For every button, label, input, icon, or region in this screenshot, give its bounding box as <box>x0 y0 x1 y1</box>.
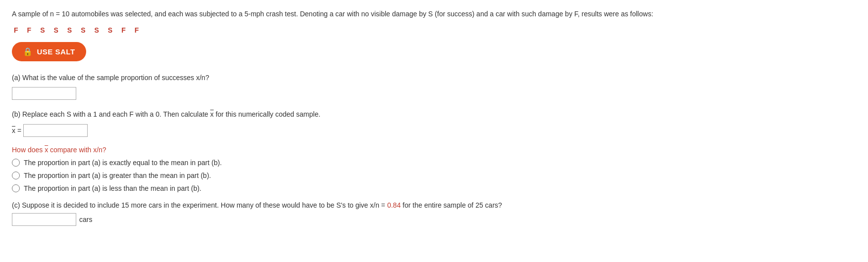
salt-icon: 🔒 <box>23 47 33 56</box>
sequence-item: S <box>108 26 112 34</box>
radio-input-3[interactable] <box>12 184 20 192</box>
part-c-section: (c) Suppose it is decided to include 15 … <box>12 201 856 226</box>
radio-option-2[interactable]: The proportion in part (a) is greater th… <box>12 172 856 179</box>
x-bar-symbol: x <box>12 127 15 134</box>
sequence-item: F <box>121 26 126 34</box>
radio-input-2[interactable] <box>12 172 20 179</box>
sequence-row: FFSSSSSSFF <box>12 26 856 34</box>
radio-input-1[interactable] <box>12 159 20 167</box>
sequence-item: F <box>135 26 139 34</box>
radio-group: The proportion in part (a) is exactly eq… <box>12 159 856 192</box>
part-b-input-row: x = <box>12 124 856 137</box>
how-does-section: How does x compare with x/n? The proport… <box>12 146 856 192</box>
part-c-label: (c) Suppose it is decided to include 15 … <box>12 201 856 209</box>
part-b-section: (b) Replace each S with a 1 and each F w… <box>12 109 856 136</box>
cars-label: cars <box>79 216 92 223</box>
radio-label-3: The proportion in part (a) is less than … <box>24 184 202 192</box>
part-c-input[interactable] <box>12 213 76 226</box>
use-salt-label: USE SALT <box>37 47 75 56</box>
sequence-item: S <box>81 26 85 34</box>
sequence-item: F <box>14 26 18 34</box>
radio-option-3[interactable]: The proportion in part (a) is less than … <box>12 184 856 192</box>
sequence-item: S <box>67 26 72 34</box>
intro-text: A sample of n = 10 automobiles was selec… <box>12 9 856 19</box>
radio-option-1[interactable]: The proportion in part (a) is exactly eq… <box>12 159 856 167</box>
sequence-item: S <box>95 26 99 34</box>
sequence-item: F <box>27 26 32 34</box>
use-salt-button[interactable]: 🔒 USE SALT <box>12 42 86 61</box>
how-does-label: How does x compare with x/n? <box>12 146 856 154</box>
part-a-section: (a) What is the value of the sample prop… <box>12 72 856 100</box>
part-a-label: (a) What is the value of the sample prop… <box>12 72 856 83</box>
part-c-input-row: cars <box>12 213 856 226</box>
part-b-label: (b) Replace each S with a 1 and each F w… <box>12 109 856 120</box>
equals-sign: = <box>17 127 21 134</box>
radio-label-1: The proportion in part (a) is exactly eq… <box>24 159 222 167</box>
part-b-input[interactable] <box>23 124 88 137</box>
part-a-input[interactable] <box>12 87 76 100</box>
sequence-item: S <box>40 26 45 34</box>
radio-label-2: The proportion in part (a) is greater th… <box>24 172 211 179</box>
sequence-item: S <box>53 26 58 34</box>
